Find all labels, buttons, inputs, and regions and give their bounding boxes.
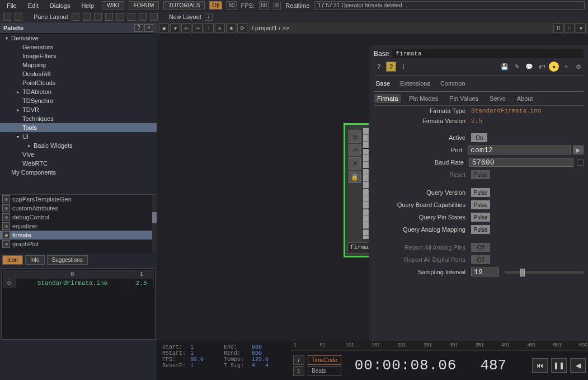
input-baud[interactable] xyxy=(469,158,573,167)
ptab-common[interactable]: Common xyxy=(438,79,468,88)
layout-7[interactable] xyxy=(139,13,147,21)
nav-back-icon[interactable]: ⇐ xyxy=(181,24,191,32)
pane-tool-2[interactable] xyxy=(15,13,22,21)
stab-pinvalues[interactable]: Pin Values xyxy=(446,94,482,103)
nav-forward-icon[interactable]: ⇒ xyxy=(192,24,203,32)
palette-close-button[interactable]: × xyxy=(144,24,153,32)
tree-imagefilters[interactable]: ImageFilters xyxy=(0,51,157,60)
btn-query-board-cap[interactable]: Pulse xyxy=(471,200,490,209)
comp-graphPlot[interactable]: ⊙graphPlot xyxy=(0,240,157,248)
forum-link[interactable]: FORUM xyxy=(129,1,159,10)
val-tempo[interactable]: 120.0 xyxy=(252,356,285,363)
param-edit-icon[interactable]: ✎ xyxy=(512,62,522,72)
tree-oculusrift[interactable]: OculusRift xyxy=(0,69,157,78)
transport-sq1[interactable]: / xyxy=(293,355,304,365)
node-tool-target-icon[interactable]: ⊕ xyxy=(349,130,361,143)
param-tag-icon[interactable]: 🏷 xyxy=(537,62,547,72)
val-end[interactable]: 600 xyxy=(252,344,285,350)
tree-vive[interactable]: Vive xyxy=(0,150,157,159)
comp-firmata[interactable]: ⊙firmata xyxy=(0,231,157,240)
btn-query-version[interactable]: Pulse xyxy=(471,188,490,197)
tree-webrtc[interactable]: WebRTC xyxy=(0,159,157,168)
val-tsig2[interactable]: 4 xyxy=(265,363,279,369)
tree-pointclouds[interactable]: PointClouds xyxy=(0,78,157,87)
comp-equalizer[interactable]: ⊙equalizer xyxy=(0,222,157,231)
node-tool-x-icon[interactable]: ✕ xyxy=(349,157,361,170)
op-name[interactable]: firmata xyxy=(392,49,584,58)
nav-up-icon[interactable]: ↑ xyxy=(204,24,214,32)
oi-toggle[interactable]: O|I xyxy=(209,1,222,10)
comp-debugControl[interactable]: ⊙debugControl xyxy=(0,213,157,222)
nav-refresh-icon[interactable]: ⟳ xyxy=(237,24,247,32)
stab-firmata[interactable]: Firmata xyxy=(374,94,401,103)
ptab-extensions[interactable]: Extensions xyxy=(398,79,432,88)
slider-sampling-interval[interactable] xyxy=(505,271,584,274)
param-comment-icon[interactable]: 💬 xyxy=(524,62,534,72)
stab-servo[interactable]: Servo xyxy=(486,94,509,103)
transport-back-button[interactable]: ⏮ xyxy=(532,358,548,373)
toggle-report-digital[interactable]: Off xyxy=(471,255,490,264)
path-square-icon[interactable]: □ xyxy=(565,24,575,32)
param-help-icon[interactable]: ? xyxy=(374,62,384,72)
beats-button[interactable]: Beats xyxy=(308,366,341,376)
nav-dropdown-icon[interactable]: ▾ xyxy=(170,24,180,32)
param-info-icon[interactable]: i xyxy=(398,62,408,72)
tutorials-link[interactable]: TUTORIALS xyxy=(163,1,205,10)
toggle-active[interactable]: On xyxy=(471,133,487,142)
tree-my-components[interactable]: My Components xyxy=(0,168,157,177)
node-tool-arrow-icon[interactable]: ↗ xyxy=(349,144,361,156)
btn-query-analog-mapping[interactable]: Pulse xyxy=(471,225,490,234)
tab-icon[interactable]: Icon xyxy=(2,255,23,265)
nav-bookmark-icon[interactable]: ★ xyxy=(226,24,236,32)
btn-query-pin-states[interactable]: Pulse xyxy=(471,213,490,222)
port-play-button[interactable]: ▶ xyxy=(573,146,584,154)
param-python-icon[interactable]: ● xyxy=(549,62,559,72)
layout-4[interactable] xyxy=(105,13,113,21)
pane-tool-1[interactable] xyxy=(3,13,11,21)
val-start[interactable]: 1 xyxy=(190,344,224,350)
tree-generators[interactable]: Generators xyxy=(0,43,157,51)
palette-help-button[interactable]: ? xyxy=(134,24,143,32)
val-rend[interactable]: 600 xyxy=(252,350,285,356)
stab-pinmodes[interactable]: Pin Modes xyxy=(406,94,441,103)
tree-tdsynchro[interactable]: TDSynchro xyxy=(0,96,157,105)
path-dropdown-icon[interactable]: ▾ xyxy=(576,24,586,32)
layout-6[interactable] xyxy=(128,13,135,21)
input-port[interactable] xyxy=(468,146,571,154)
tree-basic-widgets[interactable]: ▸Basic Widgets xyxy=(0,141,157,150)
transport-pause-button[interactable]: ❚❚ xyxy=(551,358,567,373)
nav-bookmark-plus-icon[interactable]: + xyxy=(215,24,225,32)
menu-help[interactable]: Help xyxy=(78,1,97,10)
param-plus-icon[interactable]: + xyxy=(561,62,571,72)
tree-techniques[interactable]: Techniques xyxy=(0,114,157,123)
layout-3[interactable] xyxy=(94,13,102,21)
toggle-report-analog[interactable]: Off xyxy=(471,243,490,252)
tab-suggestions[interactable]: Suggestions xyxy=(47,255,88,265)
nav-stop-icon[interactable]: ■ xyxy=(159,24,169,32)
timecode-button[interactable]: TimeCode xyxy=(308,355,341,365)
comp-scrollbar[interactable] xyxy=(152,195,157,253)
val-fps[interactable]: 60.0 xyxy=(190,356,224,363)
layout-1[interactable] xyxy=(72,13,79,21)
tab-info[interactable]: Info xyxy=(25,255,45,265)
tree-tdableton[interactable]: ▸TDAbleton xyxy=(0,87,157,96)
layout-5[interactable] xyxy=(116,13,124,21)
val-resetf[interactable]: 1 xyxy=(190,363,224,369)
input-sampling-interval[interactable] xyxy=(471,268,499,276)
val-tsig1[interactable]: 4 xyxy=(252,363,265,369)
tree-derivative[interactable]: ▾Derivative xyxy=(0,34,157,43)
realtime-checkbox[interactable]: ☒ xyxy=(273,2,281,10)
layout-2[interactable] xyxy=(83,13,91,21)
param-gear-icon[interactable]: ⚙ xyxy=(573,62,584,72)
network-editor[interactable]: ⊕ ↗ ✕ 🔒 0valuePin20valuePin30valuePin40v… xyxy=(157,34,588,341)
transport-step-button[interactable]: ◀ xyxy=(570,358,586,373)
val-rstart[interactable]: 1 xyxy=(190,350,224,356)
tree-mapping[interactable]: Mapping xyxy=(0,60,157,69)
comp-cppParsTemplateGen[interactable]: ⊙cppParsTemplateGen xyxy=(0,195,157,204)
param-disk-icon[interactable]: 💾 xyxy=(500,62,510,72)
path-text[interactable]: / project1 / >> xyxy=(252,25,289,31)
wiki-link[interactable]: WIKI xyxy=(102,1,124,10)
timeline-ruler[interactable]: 151101151201251301351401451501600 xyxy=(291,341,588,351)
transport-sq2[interactable]: 1 xyxy=(293,366,304,376)
layout-8[interactable] xyxy=(150,13,158,21)
